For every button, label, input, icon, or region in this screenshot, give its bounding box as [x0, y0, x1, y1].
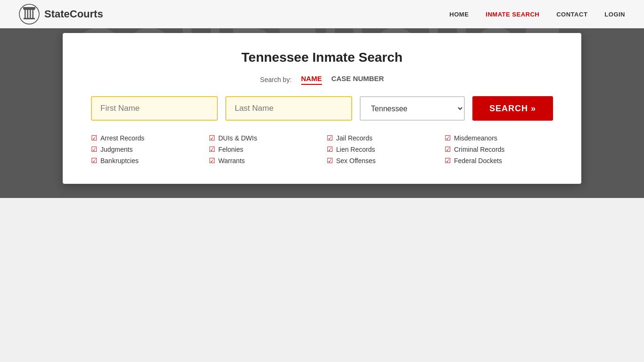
hero-section: COURTHOUSE StateCourts HOME INMATE SEARC…	[0, 0, 644, 198]
checkboxes-grid: ☑ Arrest Records ☑ DUIs & DWIs ☑ Jail Re…	[91, 134, 553, 165]
check-icon-arrest: ☑	[91, 134, 97, 142]
svg-rect-3	[25, 10, 26, 18]
check-icon-duis: ☑	[209, 134, 215, 142]
checkbox-lien-records: ☑ Lien Records	[327, 145, 435, 154]
search-card-title: Tennessee Inmate Search	[91, 50, 553, 65]
search-by-row: Search by: NAME CASE NUMBER	[91, 74, 553, 85]
checkbox-duis: ☑ DUIs & DWIs	[209, 134, 317, 142]
checkbox-label-sex-offenses: Sex Offenses	[336, 157, 376, 165]
checkbox-label-misdemeanor: Misdemeanors	[454, 134, 497, 142]
search-button[interactable]: SEARCH »	[472, 96, 553, 121]
check-icon-sex-offenses: ☑	[327, 156, 333, 165]
svg-rect-4	[27, 10, 29, 18]
search-inputs-row: Tennessee Alabama Georgia Kentucky SEARC…	[91, 96, 553, 121]
tab-name[interactable]: NAME	[301, 74, 322, 85]
checkbox-label-federal: Federal Dockets	[454, 157, 502, 165]
check-icon-bankruptcies: ☑	[91, 156, 97, 165]
logo-icon	[19, 4, 40, 25]
checkbox-label-lien: Lien Records	[336, 146, 375, 153]
checkbox-misdemeanors: ☑ Misdemeanors	[445, 134, 553, 142]
checkbox-label-felonies: Felonies	[218, 146, 243, 153]
svg-rect-6	[33, 10, 34, 18]
search-card: Tennessee Inmate Search Search by: NAME …	[63, 33, 581, 184]
svg-rect-5	[30, 10, 31, 18]
svg-rect-7	[23, 7, 35, 9]
state-select[interactable]: Tennessee Alabama Georgia Kentucky	[360, 96, 465, 121]
checkbox-bankruptcies: ☑ Bankruptcies	[91, 156, 199, 165]
nav-home[interactable]: HOME	[449, 11, 469, 18]
check-icon-criminal: ☑	[445, 145, 451, 154]
nav-login[interactable]: LOGIN	[604, 11, 625, 18]
checkbox-criminal-records: ☑ Criminal Records	[445, 145, 553, 154]
first-name-input[interactable]	[91, 96, 218, 121]
check-icon-federal: ☑	[445, 156, 451, 165]
logo-link[interactable]: StateCourts	[19, 4, 103, 25]
tab-case-number[interactable]: CASE NUMBER	[331, 74, 384, 85]
checkbox-label-bankruptcies: Bankruptcies	[100, 157, 139, 165]
checkbox-sex-offenses: ☑ Sex Offenses	[327, 156, 435, 165]
check-icon-jail: ☑	[327, 134, 333, 142]
nav-inmate-search[interactable]: INMATE SEARCH	[486, 11, 539, 18]
checkbox-felonies: ☑ Felonies	[209, 145, 317, 154]
checkbox-label-criminal: Criminal Records	[454, 146, 504, 153]
check-icon-misdemeanor: ☑	[445, 134, 451, 142]
svg-rect-1	[24, 18, 35, 19]
check-icon-felonies: ☑	[209, 145, 215, 154]
checkbox-warrants: ☑ Warrants	[209, 156, 317, 165]
check-icon-judgments: ☑	[91, 145, 97, 154]
checkbox-federal-dockets: ☑ Federal Dockets	[445, 156, 553, 165]
check-icon-warrants: ☑	[209, 156, 215, 165]
check-icon-lien: ☑	[327, 145, 333, 154]
last-name-input[interactable]	[225, 96, 352, 121]
checkbox-label-jail: Jail Records	[336, 134, 372, 142]
checkbox-judgments: ☑ Judgments	[91, 145, 199, 154]
checkbox-label-duis: DUIs & DWIs	[218, 134, 257, 142]
checkbox-label-arrest: Arrest Records	[100, 134, 144, 142]
checkbox-jail-records: ☑ Jail Records	[327, 134, 435, 142]
top-navigation: StateCourts HOME INMATE SEARCH CONTACT L…	[0, 0, 644, 28]
logo-text: StateCourts	[44, 8, 103, 20]
checkbox-label-judgments: Judgments	[100, 146, 132, 153]
checkbox-arrest-records: ☑ Arrest Records	[91, 134, 199, 142]
nav-links-container: HOME INMATE SEARCH CONTACT LOGIN	[449, 11, 625, 18]
search-by-label: Search by:	[260, 76, 292, 83]
nav-contact[interactable]: CONTACT	[556, 11, 587, 18]
checkbox-label-warrants: Warrants	[218, 157, 245, 165]
